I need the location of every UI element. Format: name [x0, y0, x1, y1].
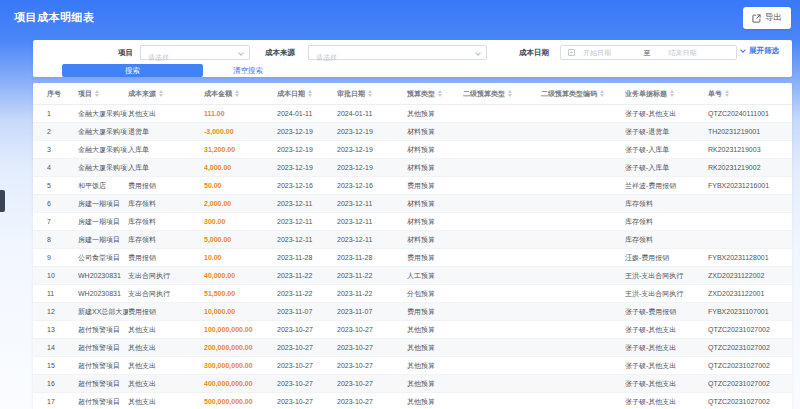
column-label: 业务单据标题: [625, 89, 667, 99]
cell-document_no: [708, 195, 792, 212]
cell-sub_budget_type: [463, 303, 541, 320]
table-row[interactable]: 6房建一期项目库存领料2,000.002023-12-112023-12-11材…: [33, 195, 792, 213]
cell-document_no: QTZC20231027002: [708, 339, 792, 356]
sort-carets-icon[interactable]: [725, 90, 729, 97]
cell-approval_date: 2023-12-19: [337, 141, 407, 158]
column-header-cost_date[interactable]: 成本日期: [277, 89, 337, 99]
cell-document_title: 库存领料: [625, 231, 708, 248]
cell-cost_amount: 111.00: [204, 105, 277, 122]
cell-sub_budget_type: [463, 339, 541, 356]
cell-document_no: ZXD20231122001: [708, 285, 792, 302]
cell-sub_budget_type: [463, 321, 541, 338]
project-select[interactable]: [140, 45, 250, 60]
cell-project: 金融大厦采购项目: [78, 141, 128, 158]
table-row[interactable]: 15超付预警项目其他支出300,000,000.002023-10-272023…: [33, 357, 792, 375]
cell-document_title: 库存领料: [625, 195, 708, 212]
sort-carets-icon[interactable]: [308, 90, 312, 97]
column-header-project[interactable]: 项目: [78, 89, 128, 99]
sort-carets-icon[interactable]: [95, 90, 99, 97]
cell-budget_type: 其他预算: [407, 339, 463, 356]
cell-sub_budget_type_code: [541, 339, 625, 356]
sort-carets-icon[interactable]: [670, 90, 674, 97]
cell-sub_budget_type: [463, 285, 541, 302]
clear-search-button[interactable]: 清空搜索: [233, 64, 263, 77]
column-header-budget_type[interactable]: 预算类型: [407, 89, 463, 99]
project-select-input[interactable]: [141, 51, 249, 64]
table-row[interactable]: 13超付预警项目其他支出100,000,000.002023-10-272023…: [33, 321, 792, 339]
cell-project: 房建一期项目: [78, 231, 128, 248]
cell-sub_budget_type_code: [541, 285, 625, 302]
sort-carets-icon[interactable]: [508, 90, 512, 97]
sidebar-expand-handle[interactable]: [0, 190, 5, 212]
search-button[interactable]: 搜索: [62, 64, 203, 77]
date-range-separator: 至: [644, 48, 651, 58]
cell-project: 新建XX总部大厦工程二期: [78, 303, 128, 320]
column-header-approval_date[interactable]: 审批日期: [337, 89, 407, 99]
table-row[interactable]: 17超付预警项目其他支出500,000,000.002023-10-272023…: [33, 393, 792, 409]
table-row[interactable]: 9公司食堂项目费用报销10.002023-11-282023-11-28费用预算…: [33, 249, 792, 267]
table-row[interactable]: 5和平饭店费用报销50.002023-12-162023-12-16费用预算兰祥…: [33, 177, 792, 195]
cell-cost_source: 其他支出: [128, 339, 204, 356]
column-header-sub_budget_type[interactable]: 二级预算类型: [463, 89, 541, 99]
column-header-document_title[interactable]: 业务单据标题: [625, 89, 708, 99]
sort-carets-icon[interactable]: [235, 90, 239, 97]
cell-budget_type: 其他预算: [407, 375, 463, 392]
cost-date-range-picker[interactable]: 开始日期 至 结束日期: [560, 45, 737, 60]
column-header-document_no[interactable]: 单号: [708, 89, 792, 99]
table-row[interactable]: 10WH20230831支出合同执行40,000.002023-11-22202…: [33, 267, 792, 285]
cell-cost_date: 2023-11-22: [277, 285, 337, 302]
table-row[interactable]: 11WH20230831支出合同执行51,500.002023-11-22202…: [33, 285, 792, 303]
column-header-sub_budget_type_code[interactable]: 二级预算类型编码: [541, 89, 625, 99]
column-label: 审批日期: [337, 89, 365, 99]
sort-carets-icon[interactable]: [159, 90, 163, 97]
column-header-cost_source[interactable]: 成本来源: [128, 89, 204, 99]
start-date-placeholder[interactable]: 开始日期: [575, 48, 644, 58]
cell-sub_budget_type_code: [541, 195, 625, 212]
cost-date-filter-label: 成本日期: [511, 45, 549, 60]
cell-approval_date: 2024-01-11: [337, 105, 407, 122]
cost-detail-table: 序号项目成本来源成本金额成本日期审批日期预算类型二级预算类型二级预算类型编码业务…: [33, 83, 792, 409]
cell-document_no: QTZC20231027002: [708, 357, 792, 374]
cell-index: 12: [47, 303, 78, 320]
sort-carets-icon[interactable]: [438, 90, 442, 97]
expand-filters-link[interactable]: 展开筛选: [741, 46, 779, 56]
table-row[interactable]: 2金融大厦采购项目退货单-3,000.002023-12-192023-12-1…: [33, 123, 792, 141]
table-row[interactable]: 8房建一期项目库存领料5,000.002023-12-112023-12-11材…: [33, 231, 792, 249]
cell-cost_source: 库存领料: [128, 231, 204, 248]
cell-document_no: FYBX20231216001: [708, 177, 792, 194]
cell-index: 16: [47, 375, 78, 392]
cell-document_no: ZXD20231122002: [708, 267, 792, 284]
column-header-cost_amount[interactable]: 成本金额: [204, 89, 277, 99]
filter-row: 项目 成本来源 成本日期 开始日期 至 结束日期 展开筛选: [33, 45, 792, 61]
cell-cost_source: 其他支出: [128, 393, 204, 409]
cell-document_title: 张子硕-入库单: [625, 159, 708, 176]
cost-source-select[interactable]: [308, 45, 487, 60]
cell-project: 房建一期项目: [78, 213, 128, 230]
cell-cost_amount: 2,000.00: [204, 195, 277, 212]
table-row[interactable]: 12新建XX总部大厦工程二期费用报销10,000.002023-11-07202…: [33, 303, 792, 321]
cell-approval_date: 2023-10-27: [337, 321, 407, 338]
cell-cost_source: 支出合同执行: [128, 267, 204, 284]
table-row[interactable]: 16超付预警项目其他支出400,000,000.002023-10-272023…: [33, 375, 792, 393]
cost-source-select-input[interactable]: [309, 51, 486, 64]
export-button[interactable]: 导出: [743, 7, 791, 29]
end-date-placeholder[interactable]: 结束日期: [651, 48, 730, 58]
cell-cost_source: 支出合同执行: [128, 285, 204, 302]
table-row[interactable]: 4金融大厦采购项目入库单4,000.002023-12-192023-12-19…: [33, 159, 792, 177]
cell-document_no: RK20231219003: [708, 141, 792, 158]
table-row[interactable]: 14超付预警项目其他支出200,000,000.002023-10-272023…: [33, 339, 792, 357]
cell-cost_date: 2023-10-27: [277, 357, 337, 374]
cell-budget_type: 费用预算: [407, 177, 463, 194]
cell-index: 3: [47, 141, 78, 158]
cell-document_title: 张子硕-其他支出: [625, 321, 708, 338]
cell-document_title: 王洪-支出合同执行: [625, 267, 708, 284]
table-row[interactable]: 7房建一期项目库存领料300.002023-12-112023-12-11材料预…: [33, 213, 792, 231]
table-row[interactable]: 3金融大厦采购项目入库单31,200.002023-12-192023-12-1…: [33, 141, 792, 159]
sort-carets-icon[interactable]: [368, 90, 372, 97]
table-row[interactable]: 1金融大厦采购项目其他支出111.002024-01-112024-01-11其…: [33, 105, 792, 123]
cell-project: 超付预警项目: [78, 393, 128, 409]
sort-carets-icon[interactable]: [600, 90, 604, 97]
cell-sub_budget_type: [463, 357, 541, 374]
cell-index: 13: [47, 321, 78, 338]
cell-sub_budget_type_code: [541, 357, 625, 374]
